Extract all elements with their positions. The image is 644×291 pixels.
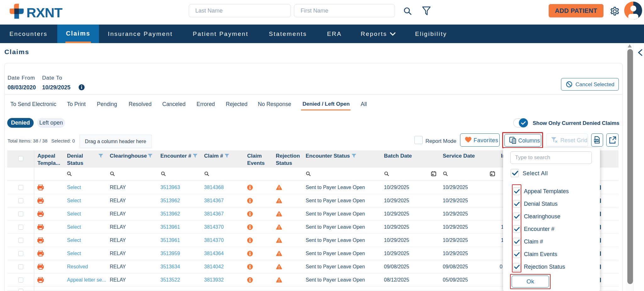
svg-text:PDF: PDF bbox=[594, 139, 599, 142]
